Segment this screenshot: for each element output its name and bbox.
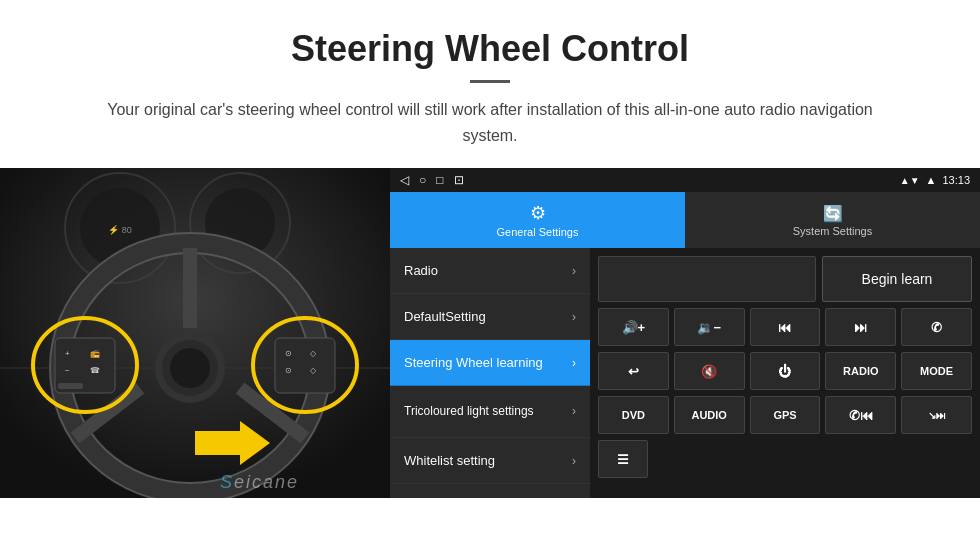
- menu-item-defaultsetting[interactable]: DefaultSetting ›: [390, 294, 590, 340]
- nav-home-icon[interactable]: ○: [419, 173, 426, 187]
- page-wrapper: Steering Wheel Control Your original car…: [0, 0, 980, 498]
- chevron-icon: ›: [572, 264, 576, 278]
- vol-down-button[interactable]: 🔉−: [674, 308, 745, 346]
- status-time: 13:13: [942, 174, 970, 186]
- phone-next-icon: ↘⏭: [928, 410, 946, 421]
- content-area: ⚡ 80: [0, 168, 980, 498]
- gps-button[interactable]: GPS: [750, 396, 821, 434]
- svg-rect-20: [58, 383, 83, 389]
- svg-text:📻: 📻: [90, 348, 100, 358]
- panel-body: Radio › DefaultSetting › Steering Wheel …: [390, 248, 980, 498]
- control-row-4: ☰: [598, 440, 972, 478]
- vol-down-icon: 🔉−: [697, 320, 721, 335]
- nav-back-icon[interactable]: ◁: [400, 173, 409, 187]
- subtitle: Your original car's steering wheel contr…: [90, 97, 890, 148]
- radio-label: RADIO: [843, 365, 878, 377]
- key-input-field: [598, 256, 816, 302]
- android-panel: ◁ ○ □ ⊡ ▲▼ ▲ 13:13 ⚙ General Settings: [390, 168, 980, 498]
- next-track-button[interactable]: ⏭: [825, 308, 896, 346]
- control-row-2: ↩ 🔇 ⏻ RADIO MODE: [598, 352, 972, 390]
- power-icon: ⏻: [778, 364, 791, 379]
- menu-radio-label: Radio: [404, 263, 438, 278]
- svg-text:◇: ◇: [310, 366, 317, 375]
- radio-button[interactable]: RADIO: [825, 352, 896, 390]
- begin-learn-button[interactable]: Begin learn: [822, 256, 972, 302]
- tab-general-settings[interactable]: ⚙ General Settings: [390, 192, 685, 248]
- chevron-icon: ›: [572, 310, 576, 324]
- chevron-icon: ›: [572, 356, 576, 370]
- svg-point-14: [170, 348, 210, 388]
- prev-track-button[interactable]: ⏮: [750, 308, 821, 346]
- nav-recents-icon[interactable]: □: [436, 173, 443, 187]
- menu-list-button[interactable]: ☰: [598, 440, 648, 478]
- svg-text:−: −: [65, 366, 70, 375]
- page-title: Steering Wheel Control: [60, 28, 920, 70]
- title-divider: [470, 80, 510, 83]
- status-bar: ◁ ○ □ ⊡ ▲▼ ▲ 13:13: [390, 168, 980, 192]
- dvd-button[interactable]: DVD: [598, 396, 669, 434]
- phone-next-button[interactable]: ↘⏭: [901, 396, 972, 434]
- hang-up-icon: ↩: [628, 364, 639, 379]
- signal-icon: ▲▼: [900, 175, 920, 186]
- svg-rect-21: [275, 338, 335, 393]
- dvd-label: DVD: [622, 409, 645, 421]
- steering-wheel-svg: ⚡ 80: [0, 168, 390, 498]
- hang-up-button[interactable]: ↩: [598, 352, 669, 390]
- vol-up-icon: 🔊+: [622, 320, 646, 335]
- phone-answer-icon: ✆: [931, 320, 942, 335]
- chevron-icon: ›: [572, 404, 576, 420]
- svg-text:⚡ 80: ⚡ 80: [108, 224, 132, 236]
- mute-button[interactable]: 🔇: [674, 352, 745, 390]
- mute-icon: 🔇: [701, 364, 717, 379]
- audio-button[interactable]: AUDIO: [674, 396, 745, 434]
- control-row-3: DVD AUDIO GPS ✆⏮ ↘⏭: [598, 396, 972, 434]
- power-button[interactable]: ⏻: [750, 352, 821, 390]
- tab-bar: ⚙ General Settings 🔄 System Settings: [390, 192, 980, 248]
- phone-prev-icon: ✆⏮: [849, 408, 873, 423]
- prev-track-icon: ⏮: [778, 320, 791, 335]
- menu-item-whitelist[interactable]: Whitelist setting ›: [390, 438, 590, 484]
- tab-system-settings[interactable]: 🔄 System Settings: [685, 192, 980, 248]
- vol-up-button[interactable]: 🔊+: [598, 308, 669, 346]
- right-content: Begin learn 🔊+ 🔉− ⏮: [590, 248, 980, 498]
- status-right: ▲▼ ▲ 13:13: [900, 174, 970, 186]
- menu-whitelist-label: Whitelist setting: [404, 453, 495, 468]
- menu-list-icon: ☰: [617, 452, 629, 467]
- svg-text:Seicane: Seicane: [220, 472, 299, 492]
- menu-item-steering-wheel[interactable]: Steering Wheel learning ›: [390, 340, 590, 386]
- svg-text:☎: ☎: [90, 366, 100, 375]
- car-image-section: ⚡ 80: [0, 168, 390, 498]
- mode-button[interactable]: MODE: [901, 352, 972, 390]
- svg-text:+: +: [65, 349, 70, 358]
- system-settings-icon: 🔄: [823, 204, 843, 223]
- menu-tricoloured-label: Tricoloured light settings: [404, 404, 534, 420]
- control-row-1: 🔊+ 🔉− ⏮ ⏭ ✆: [598, 308, 972, 346]
- gps-label: GPS: [773, 409, 796, 421]
- wifi-icon: ▲: [926, 174, 937, 186]
- next-track-icon: ⏭: [854, 320, 867, 335]
- top-row: Begin learn: [598, 256, 972, 302]
- left-menu: Radio › DefaultSetting › Steering Wheel …: [390, 248, 590, 498]
- general-settings-icon: ⚙: [530, 202, 546, 224]
- status-nav-icons: ◁ ○ □ ⊡: [400, 173, 464, 187]
- svg-text:⊙: ⊙: [285, 366, 292, 375]
- menu-item-radio[interactable]: Radio ›: [390, 248, 590, 294]
- tab-general-label: General Settings: [497, 226, 579, 238]
- nav-menu-icon[interactable]: ⊡: [454, 173, 464, 187]
- menu-default-label: DefaultSetting: [404, 309, 486, 324]
- menu-item-tricoloured[interactable]: Tricoloured light settings ›: [390, 386, 590, 438]
- svg-text:⊙: ⊙: [285, 349, 292, 358]
- mode-label: MODE: [920, 365, 953, 377]
- header-section: Steering Wheel Control Your original car…: [0, 0, 980, 168]
- audio-label: AUDIO: [691, 409, 726, 421]
- menu-steering-label: Steering Wheel learning: [404, 355, 543, 370]
- svg-text:◇: ◇: [310, 349, 317, 358]
- phone-answer-button[interactable]: ✆: [901, 308, 972, 346]
- chevron-icon: ›: [572, 454, 576, 468]
- tab-system-label: System Settings: [793, 225, 872, 237]
- car-background: ⚡ 80: [0, 168, 390, 498]
- phone-prev-button[interactable]: ✆⏮: [825, 396, 896, 434]
